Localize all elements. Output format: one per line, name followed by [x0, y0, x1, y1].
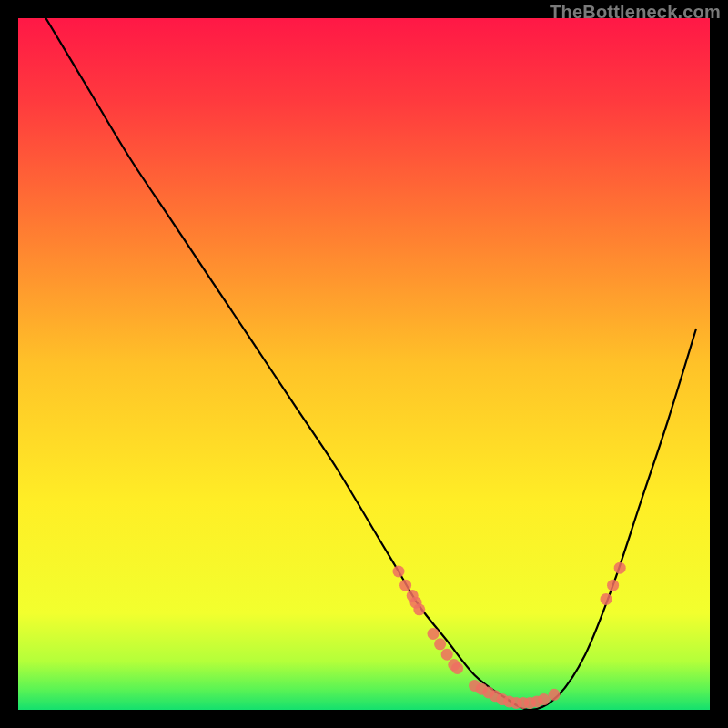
watermark-text: TheBottleneck.com [550, 2, 721, 23]
data-marker [538, 693, 550, 705]
data-marker [441, 649, 453, 661]
data-marker [393, 566, 405, 578]
data-marker [607, 580, 619, 592]
data-marker [399, 580, 411, 592]
data-marker [434, 638, 446, 650]
data-marker [413, 603, 425, 615]
plot-area [18, 18, 710, 710]
data-marker [451, 662, 463, 674]
data-marker [614, 562, 626, 574]
chart-frame: TheBottleneck.com [0, 0, 728, 728]
chart-svg [18, 18, 710, 710]
data-marker [601, 593, 612, 605]
data-marker [549, 689, 561, 701]
data-marker [428, 628, 440, 640]
